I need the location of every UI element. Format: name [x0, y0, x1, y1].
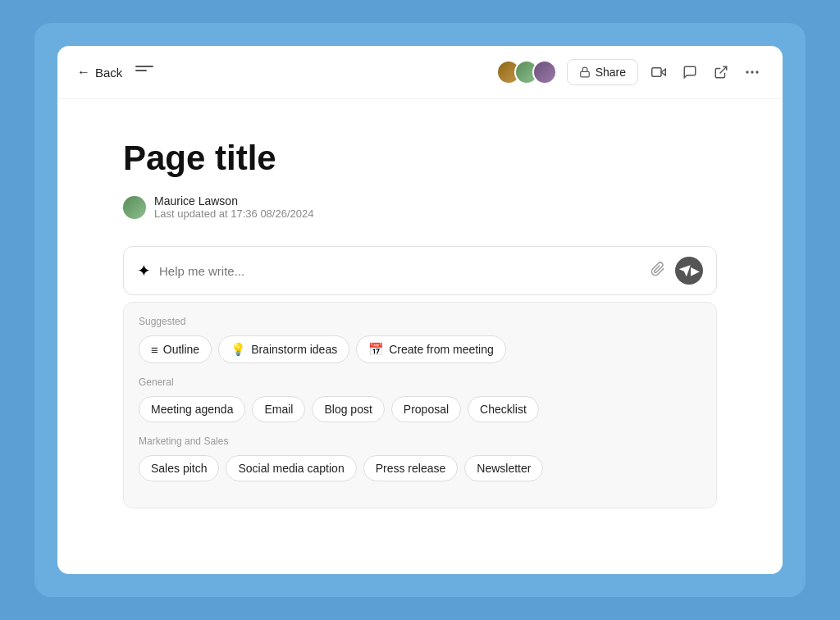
chip-sales-pitch[interactable]: Sales pitch [139, 455, 219, 481]
chip-create-from-meeting[interactable]: 📅 Create from meeting [356, 335, 506, 363]
chip-social-media-caption[interactable]: Social media caption [226, 455, 356, 481]
chip-create-from-meeting-label: Create from meeting [389, 343, 494, 356]
chip-meeting-agenda[interactable]: Meeting agenda [139, 396, 245, 422]
svg-rect-0 [580, 71, 589, 76]
attach-button[interactable] [649, 260, 667, 282]
chip-brainstorm[interactable]: 💡 Brainstorm ideas [218, 335, 349, 363]
chip-checklist-label: Checklist [480, 403, 527, 416]
share-label: Share [596, 66, 626, 79]
svg-rect-2 [652, 68, 661, 77]
svg-point-5 [751, 71, 753, 73]
sidebar-toggle-icon[interactable] [135, 66, 153, 79]
chip-blog-post-label: Blog post [324, 403, 372, 416]
send-button[interactable]: ▶ [675, 257, 703, 285]
chip-outline-label: Outline [163, 343, 199, 356]
ai-input-container: ✦ ▶ [123, 246, 717, 295]
suggestions-panel: Suggested ≡ Outline 💡 Brainstorm ideas 📅… [123, 302, 717, 508]
toolbar: ← Back S [57, 46, 783, 99]
lock-icon [579, 66, 591, 78]
avatar [532, 60, 557, 84]
svg-point-4 [746, 71, 748, 73]
comment-icon-button[interactable] [679, 62, 701, 83]
external-link-icon-button[interactable] [710, 62, 732, 83]
window: ← Back S [57, 46, 783, 574]
chip-brainstorm-label: Brainstorm ideas [251, 343, 337, 356]
last-updated-text: Last updated at 17:36 08/26/2024 [154, 207, 313, 220]
outer-frame: ← Back S [34, 23, 806, 597]
chip-sales-pitch-label: Sales pitch [151, 462, 207, 475]
chip-blog-post[interactable]: Blog post [312, 396, 384, 422]
meeting-icon: 📅 [368, 342, 384, 357]
ai-search-input[interactable] [159, 264, 641, 278]
avatar-group [496, 60, 557, 84]
chip-proposal[interactable]: Proposal [391, 396, 461, 422]
chip-press-release[interactable]: Press release [363, 455, 459, 481]
suggested-chips-row: ≡ Outline 💡 Brainstorm ideas 📅 Create fr… [139, 335, 701, 363]
toolbar-left: ← Back [77, 65, 153, 80]
brainstorm-icon: 💡 [231, 342, 246, 357]
share-button[interactable]: Share [567, 59, 638, 85]
general-section-label: General [139, 376, 701, 388]
more-options-button[interactable] [742, 67, 763, 77]
author-avatar [123, 196, 146, 219]
external-link-icon [714, 65, 728, 80]
author-name: Maurice Lawson [154, 194, 313, 207]
comment-icon [682, 65, 697, 80]
chip-newsletter-label: Newsletter [477, 462, 531, 475]
marketing-chips-row: Sales pitch Social media caption Press r… [139, 455, 701, 481]
back-label: Back [95, 66, 122, 80]
chip-meeting-agenda-label: Meeting agenda [151, 403, 233, 416]
suggested-section-label: Suggested [139, 316, 701, 327]
chip-social-media-label: Social media caption [238, 462, 344, 475]
more-options-icon [745, 71, 760, 74]
chip-newsletter[interactable]: Newsletter [464, 455, 543, 481]
main-content: Page title Maurice Lawson Last updated a… [57, 99, 783, 574]
author-info: Maurice Lawson Last updated at 17:36 08/… [154, 194, 313, 220]
chip-press-release-label: Press release [376, 462, 446, 475]
chip-outline[interactable]: ≡ Outline [139, 335, 212, 363]
marketing-section-label: Marketing and Sales [139, 435, 701, 447]
svg-point-6 [756, 71, 758, 73]
paperclip-icon [651, 262, 665, 276]
back-arrow-icon: ← [77, 65, 90, 80]
outline-icon: ≡ [151, 343, 158, 357]
svg-marker-1 [661, 69, 665, 75]
chip-proposal-label: Proposal [404, 403, 449, 416]
general-chips-row: Meeting agenda Email Blog post Proposal … [139, 396, 701, 422]
toolbar-right: Share [496, 59, 763, 85]
chip-checklist[interactable]: Checklist [468, 396, 539, 422]
page-title: Page title [123, 139, 717, 178]
back-button[interactable]: ← Back [77, 65, 122, 80]
video-icon-button[interactable] [648, 62, 669, 83]
chip-email[interactable]: Email [252, 396, 305, 422]
author-row: Maurice Lawson Last updated at 17:36 08/… [123, 194, 717, 220]
chip-email-label: Email [264, 403, 293, 416]
ai-sparkle-icon: ✦ [137, 261, 151, 280]
send-icon [679, 265, 691, 276]
video-icon [651, 65, 666, 80]
svg-line-3 [720, 66, 727, 73]
